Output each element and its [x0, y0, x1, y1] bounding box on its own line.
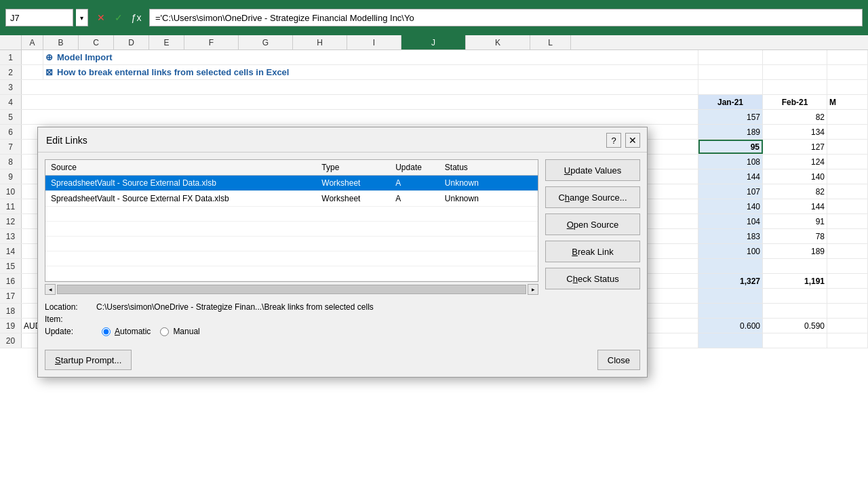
cell-k17[interactable]: [763, 289, 827, 303]
cell-l2[interactable]: [827, 65, 868, 79]
function-icon[interactable]: ƒx: [129, 10, 144, 25]
cell-j7[interactable]: 95: [698, 140, 763, 154]
cell-k7[interactable]: 127: [763, 140, 827, 154]
cell-k10[interactable]: 82: [763, 184, 827, 199]
cell-j15[interactable]: [698, 259, 763, 273]
cell-main-5[interactable]: [22, 110, 698, 124]
scroll-left-button[interactable]: ◂: [45, 284, 56, 295]
cell-main-4[interactable]: [22, 95, 698, 109]
cell-k3[interactable]: [763, 80, 827, 94]
col-header-d[interactable]: D: [114, 35, 149, 49]
cell-l7[interactable]: [827, 140, 868, 154]
change-source-button[interactable]: Change Source...: [545, 186, 640, 208]
cell-l15[interactable]: [827, 259, 868, 273]
dialog-close-button[interactable]: ✕: [625, 133, 640, 148]
cell-l13[interactable]: [827, 229, 868, 243]
cell-l16[interactable]: [827, 274, 868, 288]
col-header-h[interactable]: H: [293, 35, 347, 49]
col-header-e[interactable]: E: [149, 35, 184, 49]
col-header-c[interactable]: C: [79, 35, 114, 49]
cell-k13[interactable]: 78: [763, 229, 827, 243]
cell-l11[interactable]: [827, 199, 868, 214]
cell-k12[interactable]: 91: [763, 214, 827, 228]
cell-l10[interactable]: [827, 184, 868, 199]
cell-l12[interactable]: [827, 214, 868, 228]
cell-k9[interactable]: 140: [763, 169, 827, 184]
cell-l8[interactable]: [827, 155, 868, 169]
cell-l9[interactable]: [827, 169, 868, 184]
scroll-track[interactable]: [57, 285, 526, 294]
table-row[interactable]: SpreadsheetVault - Source External Data.…: [45, 176, 538, 191]
cell-k18[interactable]: [763, 304, 827, 318]
check-status-button[interactable]: Check Status: [545, 268, 640, 289]
manual-radio[interactable]: [160, 327, 169, 336]
col-header-f[interactable]: F: [184, 35, 239, 49]
cell-j19[interactable]: 0.600: [698, 319, 763, 333]
cell-j16[interactable]: 1,327: [698, 274, 763, 288]
cell-k14[interactable]: 189: [763, 244, 827, 258]
cell-j17[interactable]: [698, 289, 763, 303]
formula-input[interactable]: [149, 9, 863, 26]
cell-k4[interactable]: Feb-21: [763, 95, 827, 109]
cell-j20[interactable]: [698, 333, 763, 348]
cell-a2[interactable]: [22, 65, 43, 79]
cell-j5[interactable]: 157: [698, 110, 763, 124]
cell-name-box[interactable]: J7: [5, 9, 73, 26]
col-header-l[interactable]: L: [530, 35, 571, 49]
dialog-help-button[interactable]: ?: [606, 133, 621, 148]
cell-l20[interactable]: [827, 333, 868, 348]
cell-j12[interactable]: 104: [698, 214, 763, 228]
cell-j6[interactable]: 189: [698, 125, 763, 139]
cell-k19[interactable]: 0.590: [763, 319, 827, 333]
col-header-i[interactable]: I: [347, 35, 401, 49]
col-header-b[interactable]: B: [43, 35, 79, 49]
cell-k20[interactable]: [763, 333, 827, 348]
cell-k15[interactable]: [763, 259, 827, 273]
confirm-icon[interactable]: ✓: [111, 10, 126, 25]
cell-k1[interactable]: [763, 50, 827, 64]
startup-prompt-button[interactable]: Startup Prompt...: [45, 350, 132, 370]
cell-j11[interactable]: 140: [698, 199, 763, 214]
cell-l1[interactable]: [827, 50, 868, 64]
close-button[interactable]: Close: [597, 350, 640, 370]
cell-title-row2[interactable]: ⊠ How to break enternal links from selec…: [43, 65, 698, 79]
cancel-icon[interactable]: ✕: [94, 10, 108, 25]
automatic-radio[interactable]: [102, 327, 111, 336]
cell-l14[interactable]: [827, 244, 868, 258]
cell-l4[interactable]: M: [827, 95, 868, 109]
col-header-k[interactable]: K: [466, 35, 530, 49]
cell-k8[interactable]: 124: [763, 155, 827, 169]
horizontal-scrollbar[interactable]: ◂ ▸: [45, 283, 538, 296]
cell-k5[interactable]: 82: [763, 110, 827, 124]
cell-l17[interactable]: [827, 289, 868, 303]
cell-l19[interactable]: [827, 319, 868, 333]
scroll-right-button[interactable]: ▸: [528, 284, 538, 295]
cell-j14[interactable]: 100: [698, 244, 763, 258]
cell-j10[interactable]: 107: [698, 184, 763, 199]
manual-radio-label[interactable]: Manual: [173, 327, 199, 336]
col-header-g[interactable]: G: [239, 35, 293, 49]
cell-k6[interactable]: 134: [763, 125, 827, 139]
automatic-radio-label[interactable]: Automatic: [115, 327, 151, 336]
break-link-button[interactable]: Break Link: [545, 241, 640, 262]
cell-k2[interactable]: [763, 65, 827, 79]
cell-main-3[interactable]: [22, 80, 698, 94]
cell-j9[interactable]: 144: [698, 169, 763, 184]
cell-j8[interactable]: 108: [698, 155, 763, 169]
cell-title-row1[interactable]: ⊕ Model Import: [43, 50, 698, 64]
cell-j18[interactable]: [698, 304, 763, 318]
col-header-j[interactable]: J: [401, 35, 466, 49]
cell-l5[interactable]: [827, 110, 868, 124]
open-source-button[interactable]: Open Source: [545, 214, 640, 235]
table-row[interactable]: SpreadsheetVault - Source External FX Da…: [45, 191, 538, 207]
cell-j1[interactable]: [698, 50, 763, 64]
cell-k16[interactable]: 1,191: [763, 274, 827, 288]
cell-a1[interactable]: [22, 50, 43, 64]
cell-l3[interactable]: [827, 80, 868, 94]
cell-l18[interactable]: [827, 304, 868, 318]
cell-name-dropdown[interactable]: ▾: [76, 9, 88, 26]
cell-j13[interactable]: 183: [698, 229, 763, 243]
col-header-a[interactable]: A: [22, 35, 43, 49]
cell-j4[interactable]: Jan-21: [698, 95, 763, 109]
cell-j3[interactable]: [698, 80, 763, 94]
